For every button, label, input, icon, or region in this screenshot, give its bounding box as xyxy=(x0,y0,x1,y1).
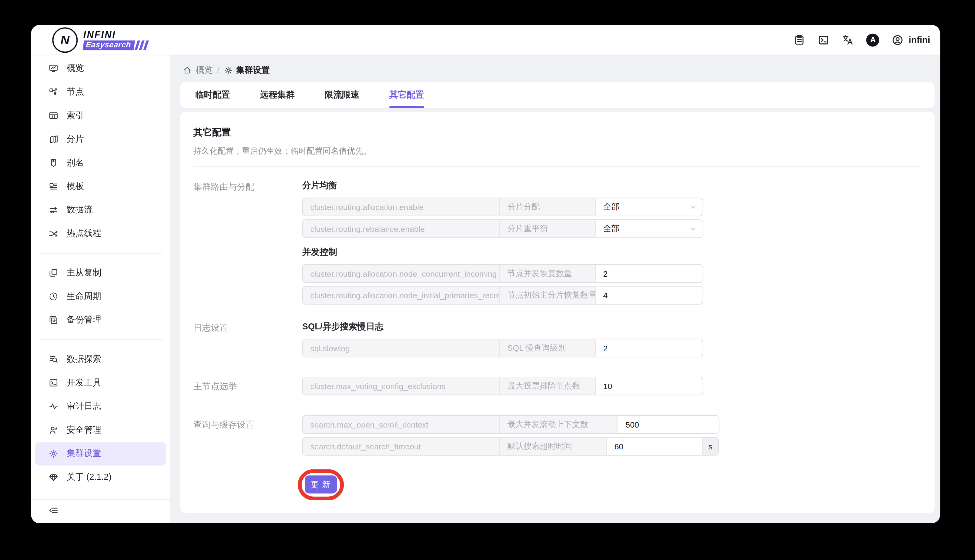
sidebar-menu: 概览 节点 索引 分片 别名 xyxy=(31,57,170,489)
group-label: 查询与缓存设置 xyxy=(194,415,302,459)
setting-row: cluster.routing.allocation.enable 分片分配 全… xyxy=(302,198,703,217)
sidebar-item-overview[interactable]: 概览 xyxy=(35,57,166,80)
breadcrumb: 概览 / 集群设置 xyxy=(183,63,940,77)
breadcrumb-overview-link[interactable]: 概览 xyxy=(196,65,212,76)
form-section-query-cache: search.max_open_scroll_context 最大并发滚动上下文… xyxy=(302,415,922,455)
sidebar-item-label: 分片 xyxy=(67,133,83,145)
setting-key: cluster.routing.allocation.node_concurre… xyxy=(303,265,499,282)
home-icon xyxy=(183,66,192,75)
overview-icon xyxy=(48,63,58,73)
tab-remote-clusters[interactable]: 远程集群 xyxy=(260,82,295,108)
setting-row: cluster.routing.allocation.node_initial_… xyxy=(302,286,703,305)
sidebar-item-hot-threads[interactable]: 热点线程 xyxy=(35,222,166,245)
sidebar-item-nodes[interactable]: 节点 xyxy=(35,80,166,104)
gear-icon xyxy=(224,66,232,75)
section-subtitle: SQL/异步搜索慢日志 xyxy=(302,321,922,332)
sidebar-item-alias[interactable]: 别名 xyxy=(35,151,166,175)
tab-other-config[interactable]: 其它配置 xyxy=(389,82,424,108)
sidebar-item-templates[interactable]: 模板 xyxy=(35,175,166,198)
section-subtitle: 分片均衡 xyxy=(302,180,922,192)
node-concurrent-recoveries-input[interactable]: 2 xyxy=(595,265,703,282)
sidebar-item-dev-tools[interactable]: 开发工具 xyxy=(35,371,166,395)
screen: N INFINI Easysearch A xyxy=(0,0,975,560)
group-label: 日志设置 xyxy=(194,321,302,360)
sql-slowlog-input[interactable]: 2 xyxy=(595,339,703,357)
sidebar-item-label: 生命周期 xyxy=(67,291,101,302)
setting-label: 分片分配 xyxy=(499,198,595,215)
select-value: 全部 xyxy=(603,223,619,234)
form-group-routing: 集群路由与分配 分片均衡 cluster.routing.allocation.… xyxy=(194,180,922,308)
sidebar-divider xyxy=(38,339,162,340)
setting-row: search.default_search_timeout 默认搜索超时时间 6… xyxy=(302,437,719,456)
tab-rate-limit[interactable]: 限流限速 xyxy=(325,82,359,108)
form-section-shard-balance: 分片均衡 cluster.routing.allocation.enable 分… xyxy=(302,180,922,238)
form-section-election: cluster.max_voting_config_exclusions 最大投… xyxy=(302,377,922,395)
lifecycle-icon xyxy=(48,292,58,302)
indices-icon xyxy=(48,111,58,121)
user-menu[interactable]: infini xyxy=(892,34,930,46)
setting-row: search.max_open_scroll_context 最大并发滚动上下文… xyxy=(302,415,720,434)
form-group-logging: 日志设置 SQL/异步搜索慢日志 sql.slowlog SQL 慢查询级别 2 xyxy=(194,321,922,360)
max-scroll-context-input[interactable]: 500 xyxy=(618,416,719,433)
backup-icon xyxy=(48,315,58,325)
topbar-actions: A infini xyxy=(794,33,940,47)
sidebar-item-label: 概览 xyxy=(67,63,83,74)
section-subtitle: 并发控制 xyxy=(302,247,922,258)
group-label: 主节点选举 xyxy=(194,377,302,398)
setting-key: search.default_search_timeout xyxy=(303,438,499,455)
sidebar-item-datastream[interactable]: 数据流 xyxy=(35,198,166,222)
app-window: N INFINI Easysearch A xyxy=(31,25,940,523)
update-button-area: 更 新 xyxy=(305,475,337,493)
clipboard-icon[interactable] xyxy=(794,34,806,46)
hot-threads-icon xyxy=(48,229,58,239)
sidebar-item-audit-log[interactable]: 审计日志 xyxy=(35,395,166,418)
sidebar-item-data-explore[interactable]: 数据探索 xyxy=(35,348,166,371)
sidebar-item-label: 关于 (2.1.2) xyxy=(67,472,111,483)
shards-icon xyxy=(48,134,58,144)
logo-product-wrap: Easysearch xyxy=(83,40,147,50)
section-description: 持久化配置，重启仍生效；临时配置同名值优先。 xyxy=(194,145,922,157)
max-voting-exclusions-input[interactable]: 10 xyxy=(595,377,703,395)
initial-primaries-recoveries-input[interactable]: 4 xyxy=(595,287,703,304)
settings-card: 其它配置 持久化配置，重启仍生效；临时配置同名值优先。 集群路由与分配 分片均衡… xyxy=(180,112,935,513)
sidebar-item-security[interactable]: 安全管理 xyxy=(35,418,166,442)
sidebar-item-about[interactable]: 关于 (2.1.2) xyxy=(35,465,166,489)
terminal-icon[interactable] xyxy=(818,34,830,46)
sidebar-divider xyxy=(38,253,162,253)
sidebar-item-replication[interactable]: 主从复制 xyxy=(35,261,166,285)
sidebar-collapse-button[interactable] xyxy=(31,500,170,523)
default-search-timeout-input[interactable]: 60 xyxy=(606,438,702,455)
allocation-enable-select[interactable]: 全部 xyxy=(595,198,703,215)
setting-label: SQL 慢查询级别 xyxy=(499,339,595,357)
setting-row: sql.slowlog SQL 慢查询级别 2 xyxy=(302,339,703,358)
letter-a-badge[interactable]: A xyxy=(866,33,880,47)
unit-suffix: s xyxy=(702,438,718,455)
sidebar-item-label: 模板 xyxy=(67,181,83,192)
section-title: 其它配置 xyxy=(194,127,922,138)
sidebar-item-label: 集群设置 xyxy=(67,448,101,459)
sidebar-bottom xyxy=(31,494,170,523)
sidebar-item-shards[interactable]: 分片 xyxy=(35,127,166,151)
form-group-query-cache: 查询与缓存设置 search.max_open_scroll_context 最… xyxy=(194,415,922,459)
content-area: 概览 / 集群设置 临时配置 远程集群 限流限速 其它配置 其它配置 持久化配置… xyxy=(170,55,940,523)
setting-label: 最大投票排除节点数 xyxy=(499,377,595,395)
setting-key: cluster.routing.allocation.node_initial_… xyxy=(303,287,499,304)
setting-label: 分片重平衡 xyxy=(499,220,595,237)
translate-icon[interactable] xyxy=(842,34,854,46)
sidebar-item-label: 节点 xyxy=(67,87,83,98)
nodes-icon xyxy=(48,87,58,97)
update-button[interactable]: 更 新 xyxy=(305,475,337,493)
sidebar-item-lifecycle[interactable]: 生命周期 xyxy=(35,285,166,308)
setting-key: cluster.max_voting_config_exclusions xyxy=(303,377,499,395)
form-group-master-election: 主节点选举 cluster.max_voting_config_exclusio… xyxy=(194,377,922,398)
sidebar-item-backup[interactable]: 备份管理 xyxy=(35,308,166,332)
logo-slash-icon xyxy=(134,40,140,50)
setting-row: cluster.max_voting_config_exclusions 最大投… xyxy=(302,377,703,395)
setting-key: search.max_open_scroll_context xyxy=(303,416,499,433)
sidebar-item-indices[interactable]: 索引 xyxy=(35,104,166,128)
setting-key: sql.slowlog xyxy=(303,339,499,357)
rebalance-enable-select[interactable]: 全部 xyxy=(595,220,703,237)
tab-temporary-config[interactable]: 临时配置 xyxy=(195,82,230,108)
sidebar-item-cluster-settings[interactable]: 集群设置 xyxy=(35,442,166,465)
form-section-slowlog: SQL/异步搜索慢日志 sql.slowlog SQL 慢查询级别 2 xyxy=(302,321,922,357)
